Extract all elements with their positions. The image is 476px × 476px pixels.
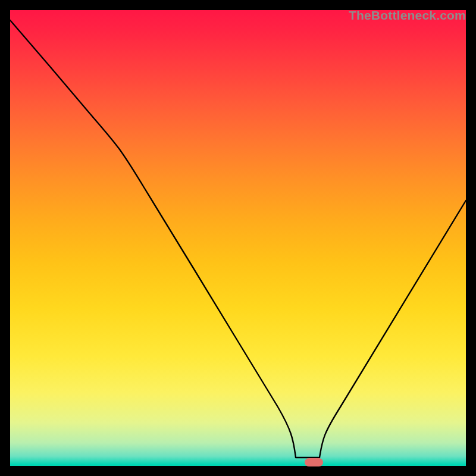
chart-frame: TheBottleneck.com [10, 10, 466, 466]
plot-area [10, 10, 466, 466]
watermark-text: TheBottleneck.com [349, 8, 466, 23]
minimum-marker [305, 458, 323, 466]
heat-background [10, 10, 466, 466]
